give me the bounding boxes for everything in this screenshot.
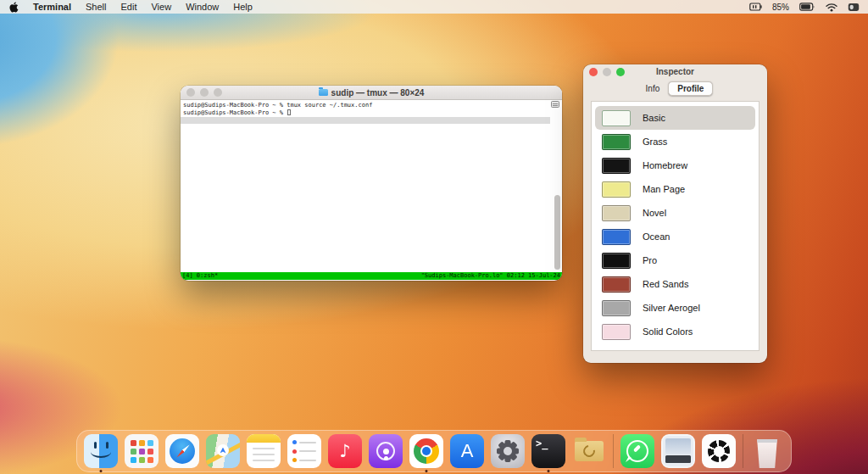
reminders-icon [287,434,321,468]
notes-icon [247,434,281,468]
dock-divider [613,434,614,468]
profile-swatch-icon [602,229,631,245]
keyboard-indicator-icon [551,101,559,108]
dock-notes[interactable] [247,434,281,468]
inspector-window-title: Inspector [583,67,767,76]
terminal-selection-band [181,117,550,124]
system-settings-icon [491,434,525,468]
inspector-window: Inspector Info Profile Basic Grass Homeb… [583,64,767,363]
menu-bar: Terminal Shell Edit View Window Help 85% [0,0,868,14]
appcleaner-icon [572,434,606,468]
terminal-window: sudip — tmux — 80×24 sudip@Sudips-MacBoo… [181,86,562,281]
tmux-host-clock: "Sudips-MacBook-Pro.lo" 02:12 15-Jul-24 [421,272,560,280]
dock-whatsapp[interactable] [620,434,654,468]
dock-system-settings[interactable] [491,434,525,468]
tmux-status-bar: [4] 0:zsh* "Sudips-MacBook-Pro.lo" 02:12… [181,272,562,280]
profile-row-grass[interactable]: Grass [595,130,755,153]
profile-row-basic[interactable]: Basic [595,106,755,130]
tmux-session-info: [4] 0:zsh* [182,272,218,280]
terminal-prompt-line: sudip@Sudips-MacBook-Pro ~ % [183,109,562,117]
music-icon: ♪ [328,434,362,468]
dock-divider [743,434,743,468]
dock-safari[interactable] [165,434,199,468]
apple-menu-icon[interactable] [8,2,19,12]
safari-icon [165,434,199,468]
profile-swatch-icon [602,134,631,150]
chrome-icon [409,434,443,468]
menu-item-shell[interactable]: Shell [86,2,106,12]
dock-screenshot-file[interactable] [661,434,695,468]
menu-item-view[interactable]: View [151,2,171,12]
zoom-button[interactable] [214,88,222,97]
profile-swatch-icon [602,276,631,293]
profile-row-ocean[interactable]: Ocean [595,225,755,248]
wifi-icon[interactable] [826,3,837,12]
dock: ♪ A >_ [76,430,792,472]
dock-maps[interactable] [206,434,240,468]
profile-list: Basic Grass Homebrew Man Page Novel Ocea… [591,101,760,351]
dock-launchpad[interactable] [125,434,159,468]
menu-item-edit[interactable]: Edit [121,2,137,12]
profile-row-solid-colors[interactable]: Solid Colors [595,320,755,343]
profile-swatch-icon [602,181,631,198]
whatsapp-icon [620,434,654,468]
power-adapter-icon[interactable] [749,3,762,11]
terminal-titlebar[interactable]: sudip — tmux — 80×24 [181,86,562,100]
profile-swatch-icon [602,300,631,316]
trash-icon [750,434,784,468]
profile-swatch-icon [602,324,631,340]
profile-row-silver-aerogel[interactable]: Silver Aerogel [595,296,755,320]
battery-icon[interactable] [799,3,815,11]
profile-row-homebrew[interactable]: Homebrew [595,153,755,177]
profile-swatch-icon [602,205,631,221]
profile-row-pro[interactable]: Pro [595,248,755,272]
running-indicator [100,470,103,472]
chatgpt-icon [702,434,736,468]
dock-app-store[interactable]: A [450,434,484,468]
profile-swatch-icon [602,158,631,174]
app-store-icon: A [450,434,484,468]
profile-row-man-page[interactable]: Man Page [595,177,755,201]
terminal-app-icon: >_ [531,434,565,468]
minimize-button[interactable] [200,88,209,97]
battery-percentage: 85% [772,3,789,12]
finder-icon [84,434,118,468]
menu-item-help[interactable]: Help [233,2,253,12]
inspector-titlebar[interactable]: Inspector [583,64,767,79]
dock-terminal[interactable]: >_ [531,434,565,468]
terminal-scrollbar-thumb[interactable] [554,195,560,270]
terminal-cursor [287,109,291,115]
dock-finder[interactable] [84,434,118,468]
inspector-tab-bar: Info Profile [583,79,767,98]
menu-item-terminal[interactable]: Terminal [33,2,71,12]
dock-trash[interactable] [750,434,784,468]
screenshot-file-icon [661,434,695,468]
profile-row-novel[interactable]: Novel [595,201,755,225]
tab-profile[interactable]: Profile [668,81,713,96]
dock-chatgpt[interactable] [702,434,736,468]
profile-swatch-icon [602,253,631,269]
desktop: Terminal Shell Edit View Window Help 85% [0,0,868,474]
dock-appcleaner[interactable] [572,434,606,468]
proxy-folder-icon [319,89,328,96]
launchpad-icon [125,434,159,468]
control-center-icon[interactable] [848,3,860,12]
dock-podcasts[interactable] [369,434,403,468]
close-button[interactable] [186,88,195,97]
profile-row-red-sands[interactable]: Red Sands [595,272,755,296]
terminal-content[interactable]: sudip@Sudips-MacBook-Pro ~ % tmux source… [181,100,562,272]
running-indicator [426,470,428,472]
running-indicator [548,470,550,472]
tab-info[interactable]: Info [637,82,669,95]
podcasts-icon [369,434,403,468]
dock-music[interactable]: ♪ [328,434,362,468]
maps-icon [206,434,240,468]
profile-swatch-icon [602,110,631,126]
terminal-line: sudip@Sudips-MacBook-Pro ~ % tmux source… [183,102,562,109]
dock-chrome[interactable] [409,434,443,468]
terminal-window-title: sudip — tmux — 80×24 [181,88,562,98]
dock-reminders[interactable] [287,434,321,468]
menu-item-window[interactable]: Window [186,2,219,12]
